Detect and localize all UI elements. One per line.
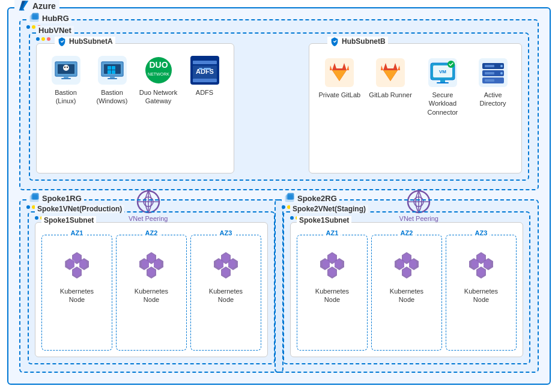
svg-rect-18 [112, 70, 115, 74]
svg-rect-20 [108, 78, 117, 79]
svg-point-7 [64, 67, 65, 68]
azure-icon [18, 0, 30, 12]
bastion-windows-label: Bastion(Windows) [97, 88, 128, 106]
spoke1subnet-box: Spoke1Subnet AZ1 [35, 222, 268, 357]
spoke2subnet-box: Spoke1Subnet AZ1 [290, 222, 523, 357]
spoke1-k8s-az3-label: KubernetesNode [209, 287, 243, 304]
spoke1-k8s-az2-icon [136, 250, 167, 283]
spoke1rg-label: Spoke1RG [26, 193, 84, 204]
svg-rect-27 [193, 79, 217, 82]
bastion-linux-label: Bastion(Linux) [55, 88, 77, 106]
hubsubnetb-box: HubSubnetB [309, 43, 522, 173]
dot1 [282, 205, 285, 209]
spoke1-az1: AZ1 [41, 235, 112, 351]
spoke2-k8s-az2-icon [391, 250, 422, 283]
bastion-windows-item: Bastion(Windows) [91, 56, 133, 106]
svg-rect-37 [440, 80, 445, 82]
svg-text:DUO: DUO [149, 60, 168, 70]
spoke2-az3: AZ3 [446, 235, 517, 351]
dot2 [32, 25, 35, 29]
svg-point-45 [500, 72, 503, 74]
active-directory-item: ActiveDirectory [472, 58, 515, 108]
bastion-linux-item: Bastion(Linux) [45, 56, 87, 106]
svg-rect-19 [110, 76, 115, 78]
dot2 [41, 37, 45, 41]
spoke1-k8s-az2-label: KubernetesNode [135, 287, 168, 304]
svg-rect-30 [204, 68, 211, 70]
hubsubneta-icons: Bastion(Linux) [37, 44, 234, 173]
private-gitlab-label: Private GitLab [319, 91, 361, 99]
hubsubnetb-icons: Private GitLab [309, 44, 521, 173]
shield-icon-a [57, 37, 67, 46]
dot1 [290, 216, 294, 220]
duo-gateway-label: Duo NetworkGateway [139, 88, 178, 106]
spoke2rg-label: Spoke2RG [282, 193, 339, 204]
active-directory-label: ActiveDirectory [480, 91, 506, 108]
dot3 [47, 37, 50, 41]
hubrg-box: HubRG HubVNet [19, 19, 539, 190]
svg-rect-87 [288, 193, 294, 199]
shield-icon-b [330, 37, 339, 46]
spoke2subnet-label: Spoke1Subnet [297, 216, 351, 225]
secure-workload-icon: VM [428, 58, 457, 87]
azure-label: Azure [14, 0, 59, 12]
spoke1rg-box: Spoke1RG Spoke1VNet(Production) Spoke1Su… [19, 199, 284, 373]
svg-rect-29 [199, 68, 202, 70]
svg-rect-15 [108, 66, 111, 70]
spoke1-k8s-az1-icon [61, 250, 92, 283]
spoke2-k8s-az1-icon [317, 250, 348, 283]
svg-rect-16 [112, 66, 115, 70]
gitlab-runner-item: GitLab Runner [367, 58, 414, 99]
spoke1-az3-label: AZ3 [217, 229, 235, 237]
spoke1-az2-label: AZ2 [143, 229, 160, 237]
gitlab-runner-icon [376, 58, 405, 87]
spoke1vnet-box: Spoke1VNet(Production) Spoke1Subnet AZ1 [28, 211, 275, 364]
svg-rect-11 [61, 78, 71, 79]
adfs-icon: ADFS [190, 56, 219, 85]
hubvnet-label: HubVNet [36, 26, 74, 35]
svg-rect-47 [485, 72, 494, 74]
duo-gateway-item: DUO NETWORK Duo NetworkGateway [138, 56, 180, 106]
spoke1subnet-label: Spoke1Subnet [41, 216, 96, 225]
spoke2rg-icon [284, 193, 295, 204]
spoke1-k8s-az3-icon [210, 250, 241, 283]
secure-workload-item: VM Secure WorkloadConnector [418, 58, 467, 116]
spoke2-k8s-az1-label: KubernetesNode [315, 287, 349, 304]
spoke2-k8s-az3-icon [466, 250, 497, 283]
hubsubneta-label: HubSubnetA [55, 37, 115, 46]
active-directory-icon [479, 58, 508, 87]
adfs-item: ADFS ADFS [184, 56, 226, 97]
duo-gateway-icon: DUO NETWORK [144, 56, 173, 85]
svg-text:VM: VM [439, 69, 446, 74]
spoke1rg-icon [29, 193, 40, 204]
spoke1-az1-label: AZ1 [68, 229, 86, 237]
svg-rect-48 [485, 79, 494, 82]
adfs-label: ADFS [196, 88, 213, 97]
spoke2-k8s-az3-label: KubernetesNode [464, 287, 498, 304]
diagram-container: Azure HubRG [0, 0, 558, 392]
hubvnet-box: HubVNet HubSubnetA [29, 32, 529, 181]
svg-point-9 [64, 68, 68, 70]
hubsubnetb-label: HubSubnetB [327, 37, 388, 46]
spoke2rg-box: Spoke2RG Spoke2VNet(Staging) Spoke1Subne… [274, 199, 539, 373]
svg-point-44 [500, 65, 503, 67]
spoke2-az3-label: AZ3 [473, 229, 490, 237]
spoke2-az-zones: AZ1 [291, 223, 523, 357]
azure-box: Azure HubRG [7, 7, 551, 385]
spoke2vnet-box: Spoke2VNet(Staging) Spoke1Subnet AZ1 [283, 211, 530, 364]
spoke1-az2: AZ2 [116, 235, 187, 351]
gitlab-runner-label: GitLab Runner [369, 91, 412, 99]
dot1 [35, 216, 38, 220]
bastion-linux-icon [52, 56, 80, 85]
secure-workload-label: Secure WorkloadConnector [418, 91, 467, 116]
svg-rect-2 [32, 13, 38, 19]
svg-rect-59 [32, 193, 38, 199]
private-gitlab-icon [325, 58, 354, 87]
hubvnet-dots [36, 37, 50, 41]
dot1 [26, 25, 30, 29]
spoke2vnet-label: Spoke2VNet(Staging) [290, 205, 368, 213]
svg-rect-25 [193, 61, 217, 64]
spoke1-k8s-az1-label: KubernetesNode [60, 287, 94, 304]
spoke2-az1-label: AZ1 [324, 229, 341, 237]
svg-rect-17 [108, 70, 111, 74]
